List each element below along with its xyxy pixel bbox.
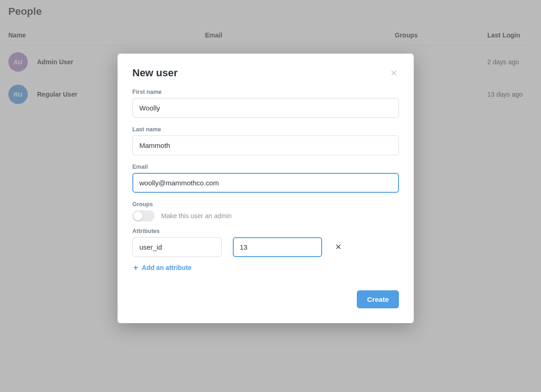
attribute-key-input[interactable] — [132, 237, 222, 257]
email-label: Email — [132, 164, 399, 170]
groups-label: Groups — [132, 201, 399, 208]
close-button[interactable]: × — [389, 66, 399, 80]
first-name-group: First name — [132, 89, 399, 118]
first-name-label: First name — [132, 89, 399, 95]
modal-overlay[interactable]: New user × First name Last name Email Gr… — [0, 0, 541, 392]
add-attribute-label: Add an attribute — [142, 264, 192, 271]
last-name-group: Last name — [132, 126, 399, 155]
add-attribute-button[interactable]: + Add an attribute — [132, 261, 193, 275]
attribute-value-input[interactable] — [233, 237, 322, 257]
email-group: Email — [132, 164, 399, 193]
email-input[interactable] — [132, 173, 399, 193]
admin-toggle[interactable] — [132, 210, 155, 221]
last-name-input[interactable] — [132, 135, 399, 155]
close-icon: × — [391, 67, 397, 79]
attributes-label: Attributes — [132, 228, 399, 234]
toggle-knob — [133, 211, 143, 220]
groups-group: Groups Make this user an admin — [132, 201, 399, 221]
last-name-label: Last name — [132, 126, 399, 133]
create-button[interactable]: Create — [357, 290, 399, 308]
remove-attribute-button[interactable]: ✕ — [333, 240, 343, 254]
plus-icon: + — [133, 263, 138, 272]
new-user-modal: New user × First name Last name Email Gr… — [118, 54, 414, 323]
attribute-row: ✕ — [132, 237, 399, 257]
attributes-group: Attributes ✕ + Add an attribute — [132, 228, 399, 275]
first-name-input[interactable] — [132, 98, 399, 118]
admin-toggle-label: Make this user an admin — [161, 212, 232, 220]
close-icon: ✕ — [335, 243, 342, 251]
modal-title: New user — [132, 67, 178, 79]
